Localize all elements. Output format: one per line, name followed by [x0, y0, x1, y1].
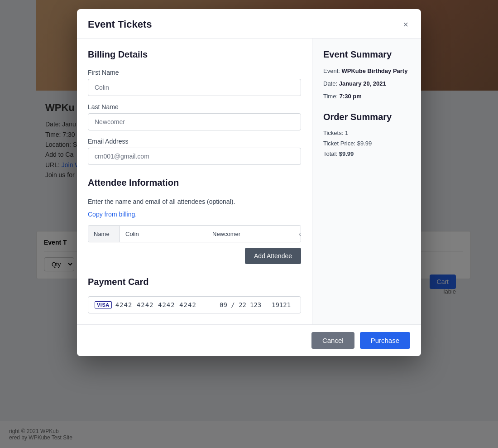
time-value: 7:30 pm — [340, 93, 362, 100]
total-value: $9.99 — [339, 150, 354, 157]
modal-overlay: Event Tickets × Billing Details First Na… — [0, 0, 498, 448]
event-time-row: Time: 7:30 pm — [323, 92, 410, 101]
card-cvv-input[interactable] — [250, 301, 268, 308]
event-tickets-modal: Event Tickets × Billing Details First Na… — [77, 9, 421, 356]
modal-title: Event Tickets — [88, 19, 152, 30]
last-name-group: Last Name — [88, 103, 301, 130]
attendee-name-header: Name — [88, 226, 120, 242]
ticket-price-label: Ticket Price: — [323, 140, 355, 147]
card-input-row: VISA 09 / 22 — [88, 296, 301, 313]
visa-badge: VISA — [95, 301, 112, 308]
email-input[interactable] — [88, 148, 301, 165]
event-date-row: Date: January 20, 2021 — [323, 80, 410, 88]
attendee-email-input[interactable] — [294, 226, 301, 242]
attendee-last-name-input[interactable] — [207, 226, 294, 242]
cancel-button[interactable]: Cancel — [311, 332, 354, 349]
modal-header: Event Tickets × — [77, 9, 421, 39]
attendee-row: Name X — [88, 225, 301, 242]
add-attendee-button[interactable]: Add Attendee — [245, 248, 301, 264]
card-zip-input[interactable] — [272, 301, 294, 308]
modal-left-panel: Billing Details First Name Last Name Ema… — [77, 39, 312, 324]
time-label: Time: — [323, 93, 338, 100]
date-label: Date: — [323, 80, 337, 87]
purchase-button[interactable]: Purchase — [360, 332, 410, 349]
event-name-row: Event: WPKube Birthday Party — [323, 67, 410, 75]
modal-right-panel: Event Summary Event: WPKube Birthday Par… — [312, 39, 421, 324]
last-name-label: Last Name — [88, 103, 301, 111]
last-name-input[interactable] — [88, 113, 301, 130]
total-row: Total: $9.99 — [323, 150, 410, 157]
event-summary-title: Event Summary — [323, 49, 410, 60]
attendee-section-title: Attendee Information — [88, 178, 301, 188]
payment-section: Payment Card VISA 09 / 22 — [88, 277, 301, 313]
ticket-price-row: Ticket Price: $9.99 — [323, 140, 410, 147]
first-name-input[interactable] — [88, 79, 301, 96]
copy-from-billing-link[interactable]: Copy from billing. — [88, 211, 137, 218]
card-number-input[interactable] — [115, 301, 216, 308]
event-label: Event: — [323, 67, 340, 74]
tickets-count: 1 — [345, 130, 348, 136]
event-name: WPKube Birthday Party — [341, 67, 407, 74]
billing-section-title: Billing Details — [88, 49, 301, 60]
close-button[interactable]: × — [401, 18, 410, 31]
tickets-row: Tickets: 1 — [323, 130, 410, 136]
attendee-section: Attendee Information Enter the name and … — [88, 178, 301, 264]
tickets-label: Tickets: — [323, 130, 343, 136]
email-label: Email Address — [88, 138, 301, 145]
billing-section: Billing Details First Name Last Name Ema… — [88, 49, 301, 165]
first-name-label: First Name — [88, 69, 301, 76]
attendee-description: Enter the name and email of all attendee… — [88, 197, 301, 207]
order-summary-title: Order Summary — [323, 112, 410, 122]
total-label: Total: — [323, 150, 337, 157]
email-group: Email Address — [88, 138, 301, 165]
ticket-price-value: $9.99 — [357, 140, 372, 147]
attendee-first-name-input[interactable] — [120, 226, 207, 242]
card-expiry: 09 / 22 — [220, 301, 246, 308]
modal-body: Billing Details First Name Last Name Ema… — [77, 39, 421, 324]
date-value: January 20, 2021 — [339, 80, 386, 87]
payment-section-title: Payment Card — [88, 277, 301, 287]
first-name-group: First Name — [88, 69, 301, 96]
modal-footer: Cancel Purchase — [77, 324, 421, 356]
